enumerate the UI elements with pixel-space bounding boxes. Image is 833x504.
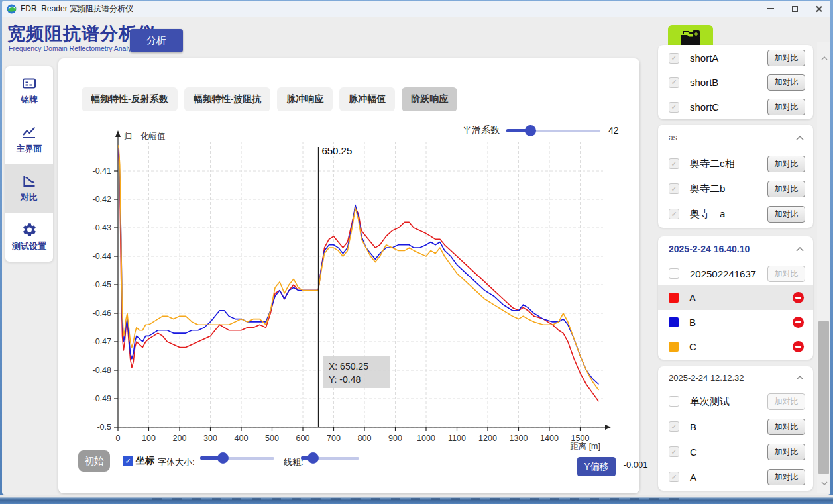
list-item[interactable]: shortC 加对比 [658, 95, 813, 119]
svg-text:300: 300 [203, 434, 217, 443]
sidebar-item-label: 对比 [21, 191, 38, 203]
group-header[interactable]: 2025-2-24 12.12.32 [658, 366, 813, 389]
group-header[interactable]: 2025-2-24 16.40.10 [658, 236, 813, 262]
list-item[interactable]: C [658, 334, 813, 359]
svg-text:1100: 1100 [448, 434, 466, 443]
group-title: 2025-2-24 12.12.32 [669, 373, 744, 383]
item-checkbox[interactable] [669, 102, 679, 113]
add-compare-button[interactable]: 加对比 [767, 181, 805, 197]
list-item[interactable]: shortA 加对比 [658, 46, 813, 70]
window-title: FDR_Reader 宽频阻抗谱分析仪 [21, 3, 133, 15]
svg-text:Y: -0.48: Y: -0.48 [329, 374, 361, 385]
item-checkbox[interactable] [669, 472, 679, 482]
scrollbar[interactable] [817, 42, 830, 493]
analyze-button[interactable]: 分析 [130, 29, 183, 52]
smooth-coefficient-control: 平滑系数 42 [463, 125, 619, 136]
scrollbar-thumb[interactable] [818, 321, 829, 474]
list-item[interactable]: 202502241637 加对比 [658, 262, 813, 285]
svg-text:-0.42: -0.42 [93, 195, 112, 204]
smooth-coefficient-slider[interactable] [506, 125, 600, 136]
list-item[interactable]: C 加对比 [658, 439, 813, 464]
tab-reflection-coeff[interactable]: 幅频特性-反射系数 [82, 87, 178, 111]
tab-step-response[interactable]: 阶跃响应 [402, 87, 457, 111]
font-size-label: 字体大小: [158, 456, 195, 468]
svg-text:200: 200 [173, 434, 187, 443]
item-checkbox[interactable] [669, 158, 679, 169]
chart-tabs: 幅频特性-反射系数 幅频特性-波阻抗 脉冲响应 脉冲幅值 阶跃响应 [82, 87, 457, 111]
tab-impulse-response[interactable]: 脉冲响应 [277, 87, 333, 111]
list-item[interactable]: 奥寺二b 加对比 [658, 176, 813, 201]
y-offset-button[interactable]: Y偏移 [577, 457, 616, 476]
item-checkbox[interactable] [669, 53, 679, 64]
sidebar-item-main[interactable]: 主界面 [5, 115, 53, 164]
add-compare-button[interactable]: 加对比 [767, 74, 805, 91]
coordinates-checkbox[interactable] [123, 456, 133, 466]
remove-button[interactable] [793, 341, 804, 352]
item-checkbox[interactable] [669, 268, 679, 279]
add-compare-button[interactable]: 加对比 [767, 393, 805, 410]
sidebar-item-settings[interactable]: 测试设置 [5, 213, 53, 262]
nameplate-icon [21, 76, 38, 91]
list-item[interactable]: B [658, 310, 813, 334]
list-item-label: C [690, 446, 697, 458]
close-button[interactable] [806, 1, 830, 17]
step-response-chart[interactable]: -0.41-0.42-0.43-0.44-0.45-0.46-0.47-0.48… [58, 58, 639, 493]
smooth-coefficient-value: 42 [608, 125, 619, 136]
add-compare-button[interactable]: 加对比 [767, 99, 805, 115]
list-item[interactable]: 单次测试 加对比 [658, 389, 813, 414]
group-title: as [669, 133, 677, 142]
y-offset-input[interactable] [620, 460, 651, 470]
list-item[interactable]: 奥寺二a 加对比 [658, 201, 813, 227]
scroll-up-button[interactable] [817, 52, 830, 65]
svg-text:1000: 1000 [417, 434, 435, 443]
item-checkbox[interactable] [669, 421, 679, 432]
slider-thumb[interactable] [217, 452, 229, 464]
series-color-swatch [669, 293, 679, 303]
remove-button[interactable] [793, 317, 804, 328]
reset-button[interactable]: 初始 [78, 450, 110, 472]
add-compare-button[interactable]: 加对比 [767, 419, 805, 435]
remove-button[interactable] [793, 292, 804, 303]
font-size-slider[interactable] [200, 452, 274, 464]
list-item-label: shortB [690, 77, 718, 88]
add-compare-button[interactable]: 加对比 [767, 266, 805, 282]
add-compare-button[interactable]: 加对比 [767, 156, 805, 172]
item-checkbox[interactable] [669, 446, 679, 457]
tab-wave-impedance[interactable]: 幅频特性-波阻抗 [184, 87, 271, 111]
item-checkbox[interactable] [669, 183, 679, 194]
list-group-2025-2-24-121232: 2025-2-24 12.12.32 单次测试 加对比 B 加对比 C 加对比 [658, 366, 813, 491]
maximize-button[interactable] [783, 1, 806, 17]
chevron-up-icon[interactable] [796, 136, 804, 140]
group-header[interactable]: as [658, 125, 813, 151]
list-group-short: shortA 加对比 shortB 加对比 shortC 加对比 [658, 45, 813, 119]
scroll-down-button[interactable] [817, 477, 830, 490]
list-group-as: as 奥寺二c相 加对比 奥寺二b 加对比 奥寺二a 加对比 [658, 125, 813, 228]
add-compare-button[interactable]: 加对比 [767, 469, 805, 485]
list-item-label: shortC [690, 101, 719, 113]
chevron-up-icon[interactable] [796, 247, 804, 252]
tab-impulse-amplitude[interactable]: 脉冲幅值 [339, 87, 395, 111]
minimize-button[interactable] [759, 1, 783, 17]
list-item-selected[interactable]: A [658, 285, 813, 310]
list-item[interactable]: shortB 加对比 [658, 70, 813, 95]
chevron-up-icon[interactable] [796, 376, 804, 380]
item-checkbox[interactable] [669, 209, 679, 219]
svg-text:-0.48: -0.48 [93, 366, 112, 375]
sidebar-item-nameplate[interactable]: 铭牌 [5, 66, 53, 115]
add-compare-button[interactable]: 加对比 [767, 444, 805, 460]
gear-icon [21, 222, 38, 238]
item-checkbox[interactable] [669, 396, 679, 407]
slider-thumb[interactable] [525, 125, 536, 136]
sidebar-item-compare[interactable]: 对比 [5, 164, 53, 213]
svg-text:X: 650.25: X: 650.25 [329, 361, 368, 372]
list-item[interactable]: A 加对比 [658, 464, 813, 489]
svg-text:-0.47: -0.47 [93, 337, 112, 346]
list-item[interactable]: B 加对比 [658, 414, 813, 439]
list-item[interactable]: 奥寺二c相 加对比 [658, 151, 813, 176]
add-compare-button[interactable]: 加对比 [767, 206, 805, 223]
slider-thumb[interactable] [307, 452, 319, 464]
item-checkbox[interactable] [669, 77, 679, 88]
chart-panel: 幅频特性-反射系数 幅频特性-波阻抗 脉冲响应 脉冲幅值 阶跃响应 平滑系数 4… [58, 58, 639, 493]
add-compare-button[interactable]: 加对比 [767, 50, 805, 66]
line-width-slider[interactable] [301, 452, 359, 464]
